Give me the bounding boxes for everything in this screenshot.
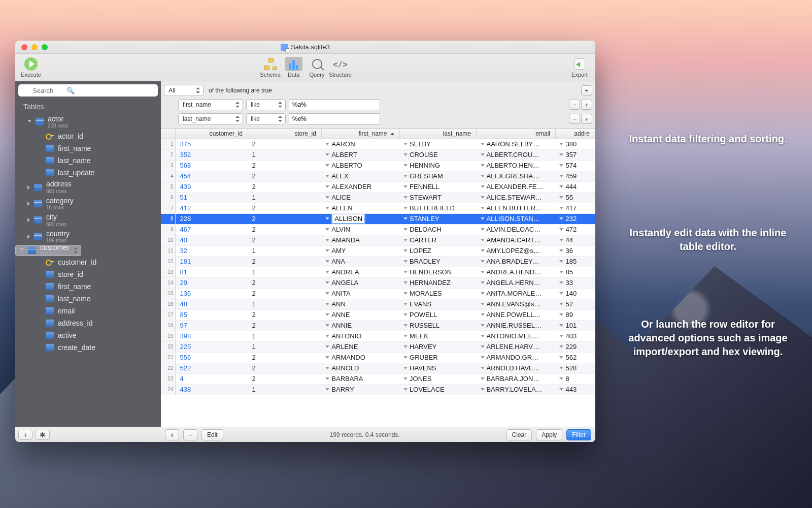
- dropdown-icon[interactable]: [403, 281, 408, 284]
- table-row[interactable]: 2342BARBARAJONESBARBARA.JON…8: [161, 373, 595, 384]
- dropdown-icon[interactable]: [403, 207, 408, 209]
- dropdown-icon[interactable]: [559, 356, 563, 359]
- dropdown-icon[interactable]: [403, 292, 408, 295]
- dropdown-icon[interactable]: [481, 196, 485, 199]
- cell-last_name[interactable]: CROUSE: [399, 149, 476, 160]
- table-row[interactable]: 14292ANGELAHERNANDEZANGELA.HERN…33: [161, 277, 595, 288]
- dropdown-icon[interactable]: [481, 185, 485, 188]
- cell-addre[interactable]: 185: [555, 256, 595, 267]
- cell-email[interactable]: ANNE.POWELL…: [477, 309, 556, 320]
- dropdown-icon[interactable]: [325, 153, 329, 156]
- cell-store_id[interactable]: 1: [248, 341, 322, 352]
- cell-last_name[interactable]: HERNANDEZ: [399, 277, 476, 288]
- cell-store_id[interactable]: 1: [248, 267, 322, 277]
- dropdown-icon[interactable]: [325, 175, 329, 177]
- cell-first_name[interactable]: ARNOLD: [321, 363, 399, 373]
- cell-customer_id[interactable]: 48: [176, 299, 248, 309]
- dropdown-icon[interactable]: [325, 345, 329, 348]
- cell-email[interactable]: BARRY.LOVELA…: [477, 384, 556, 395]
- table-row[interactable]: 151362ANITAMORALESANITA.MORALE…140: [161, 288, 595, 299]
- column-first_name[interactable]: first_name: [15, 280, 161, 293]
- cell-customer_id[interactable]: 568: [176, 160, 248, 171]
- cell-email[interactable]: ARNOLD.HAVE…: [477, 363, 556, 373]
- table-row[interactable]: 121812ANABRADLEYANA.BRADLEY…185: [161, 256, 595, 267]
- search-input[interactable]: [18, 84, 158, 97]
- disclosure-icon[interactable]: [27, 235, 30, 239]
- dropdown-icon[interactable]: [481, 207, 485, 209]
- dropdown-icon[interactable]: [403, 367, 408, 369]
- dropdown-icon[interactable]: [403, 345, 408, 348]
- dropdown-icon[interactable]: [325, 292, 329, 295]
- cell-addre[interactable]: 417: [555, 203, 595, 213]
- cell-store_id[interactable]: 1: [248, 192, 322, 203]
- cell-addre[interactable]: 101: [555, 320, 595, 331]
- cell-store_id[interactable]: 2: [248, 320, 322, 331]
- cell-last_name[interactable]: STEWART: [399, 192, 476, 203]
- remove-rule-button[interactable]: −: [569, 100, 580, 110]
- cell-store_id[interactable]: 2: [248, 373, 322, 384]
- tab-structure[interactable]: </> Structure: [329, 57, 352, 78]
- column-email[interactable]: email: [15, 305, 161, 317]
- cell-email[interactable]: ALBERT.CROU…: [477, 149, 556, 160]
- cell-email[interactable]: ANA.BRADLEY…: [477, 256, 556, 267]
- cell-addre[interactable]: 8: [555, 373, 595, 384]
- dropdown-icon[interactable]: [403, 185, 408, 188]
- disclosure-icon[interactable]: [27, 185, 30, 189]
- cell-addre[interactable]: 140: [555, 288, 595, 299]
- cell-customer_id[interactable]: 40: [176, 235, 248, 245]
- dropdown-icon[interactable]: [325, 271, 329, 273]
- cell-customer_id[interactable]: 556: [176, 352, 248, 363]
- dropdown-icon[interactable]: [481, 175, 485, 177]
- cell-last_name[interactable]: CARTER: [399, 235, 476, 245]
- cell-store_id[interactable]: 2: [248, 277, 322, 288]
- cell-email[interactable]: AMANDA.CART…: [477, 235, 556, 245]
- cell-last_name[interactable]: DELOACH: [399, 224, 476, 235]
- cell-customer_id[interactable]: 85: [176, 309, 248, 320]
- cell-first_name[interactable]: ALVIN: [321, 224, 399, 235]
- dropdown-icon[interactable]: [559, 153, 563, 156]
- dropdown-icon[interactable]: [325, 196, 329, 199]
- column-active[interactable]: active: [15, 329, 161, 341]
- cell-email[interactable]: ARLENE.HARV…: [477, 341, 556, 352]
- cell-store_id[interactable]: 1: [248, 331, 322, 341]
- dropdown-icon[interactable]: [481, 367, 485, 369]
- cell-addre[interactable]: 55: [555, 192, 595, 203]
- dropdown-icon[interactable]: [403, 143, 408, 145]
- dropdown-icon[interactable]: [325, 335, 329, 337]
- cell-email[interactable]: ANTONIO.MEE…: [477, 331, 556, 341]
- cell-customer_id[interactable]: 412: [176, 203, 248, 213]
- cell-email[interactable]: AMY.LOPEZ@s…: [477, 245, 556, 256]
- dropdown-icon[interactable]: [481, 356, 485, 359]
- column-last_name[interactable]: last_name: [15, 154, 161, 167]
- dropdown-icon[interactable]: [559, 164, 563, 167]
- cell-store_id[interactable]: 2: [248, 160, 322, 171]
- table-actor[interactable]: actor200 rows: [15, 114, 161, 130]
- titlebar[interactable]: Sakila.sqlite3: [15, 41, 595, 54]
- settings-button[interactable]: ✱: [36, 430, 50, 440]
- dropdown-icon[interactable]: [559, 335, 563, 337]
- dropdown-icon[interactable]: [481, 377, 485, 380]
- dropdown-icon[interactable]: [559, 217, 563, 220]
- dropdown-icon[interactable]: [559, 260, 563, 263]
- dropdown-icon[interactable]: [481, 260, 485, 263]
- table-row[interactable]: 18972ANNIERUSSELLANNIE.RUSSEL…101: [161, 320, 595, 331]
- table-row[interactable]: 23521ALBERTCROUSEALBERT.CROU…357: [161, 149, 595, 160]
- cell-last_name[interactable]: HARVEY: [399, 341, 476, 352]
- cell-store_id[interactable]: 1: [248, 384, 322, 395]
- cell-addre[interactable]: 443: [555, 384, 595, 395]
- cell-first_name[interactable]: BARRY: [321, 384, 399, 395]
- cell-store_id[interactable]: 2: [248, 352, 322, 363]
- table-row[interactable]: 82282ALLISONSTANLEYALLISON.STAN…232: [161, 213, 595, 224]
- cell-store_id[interactable]: 1: [248, 299, 322, 309]
- dropdown-icon[interactable]: [325, 388, 329, 391]
- cell-customer_id[interactable]: 4: [176, 373, 248, 384]
- dropdown-icon[interactable]: [403, 388, 408, 391]
- dropdown-icon[interactable]: [481, 292, 485, 295]
- cell-email[interactable]: ALEX.GRESHA…: [477, 171, 556, 181]
- column-actor_id[interactable]: actor_id: [15, 130, 161, 142]
- dropdown-icon[interactable]: [325, 281, 329, 284]
- cell-first_name[interactable]: ANNIE: [321, 320, 399, 331]
- cell-store_id[interactable]: 1: [248, 149, 322, 160]
- cell-last_name[interactable]: HENDERSON: [399, 267, 476, 277]
- cell-store_id[interactable]: 1: [248, 245, 322, 256]
